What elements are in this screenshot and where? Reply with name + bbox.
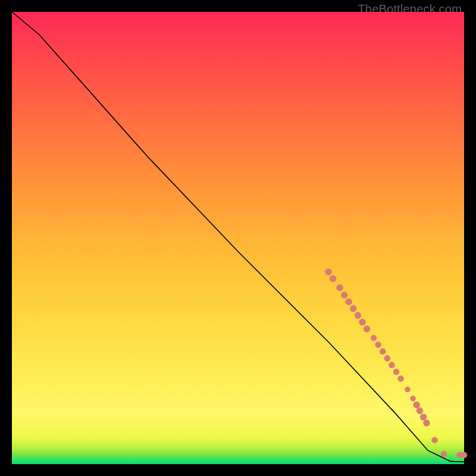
scatter-dot [337,284,343,291]
bottleneck-curve [12,12,464,462]
scatter-dot [416,408,423,414]
scatter-dot [375,342,381,347]
scatter-dot [380,349,386,355]
scatter-dot [359,319,366,325]
scatter-dot [346,299,352,305]
chart-svg [12,12,464,464]
scatter-dot [432,437,438,443]
scatter-dot [325,269,332,275]
scatter-dot [389,362,394,368]
scatter-dot [398,375,404,381]
scatter-dot [350,305,356,312]
scatter-dot [405,387,411,392]
scatter-dot [341,292,347,298]
scatter-dot [355,312,361,319]
scatter-dot [414,402,420,408]
scatter-dot [423,419,430,426]
scatter-dot [330,275,336,282]
scatter-dot [420,414,427,421]
scatter-dot [384,355,390,361]
scatter-dot [364,325,370,332]
chart-frame: TheBottleneck.com [0,0,476,476]
scatter-dot [461,452,467,458]
scatter-group [325,269,468,458]
scatter-dot [371,335,377,341]
scatter-dot [441,451,447,457]
chart-plot-area [12,12,464,464]
scatter-dot [393,369,399,375]
scatter-dot [411,396,416,401]
